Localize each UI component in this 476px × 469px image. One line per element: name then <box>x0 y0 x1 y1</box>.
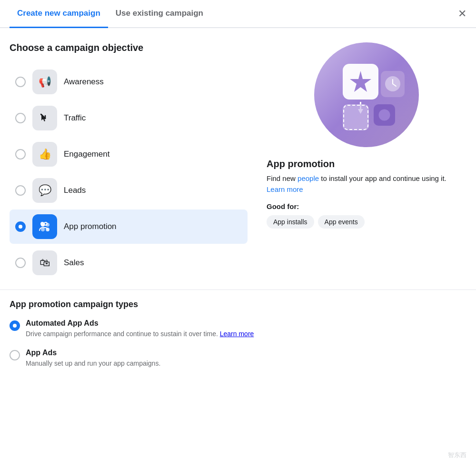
sales-icon: 🛍 <box>32 250 57 275</box>
sales-label: Sales <box>64 258 84 268</box>
promo-desc-end: to install your app and continue using i… <box>319 174 446 182</box>
radio-app-ads[interactable] <box>10 350 20 360</box>
tag-app-installs: App installs <box>267 215 314 229</box>
app-ads-label: App Ads <box>26 349 160 357</box>
radio-traffic[interactable] <box>15 113 26 123</box>
section-title: Choose a campaign objective <box>10 42 248 53</box>
svg-rect-8 <box>343 104 369 130</box>
objective-item-awareness[interactable]: 📢 Awareness <box>10 65 248 99</box>
engagement-label: Engagement <box>64 150 109 159</box>
main-content: Choose a campaign objective 📢 Awareness <box>0 28 476 289</box>
campaign-types-section: App promotion campaign types Automated A… <box>0 289 476 392</box>
awareness-icon: 📢 <box>32 70 57 94</box>
leads-icon: 💬 <box>32 178 57 203</box>
radio-inner-automated <box>13 324 17 328</box>
svg-point-11 <box>379 110 390 121</box>
promo-title: App promotion <box>267 159 466 170</box>
right-panel: App promotion Find new people to install… <box>257 42 466 280</box>
automated-learn-more[interactable]: Learn more <box>220 330 254 338</box>
radio-engagement[interactable] <box>15 149 26 160</box>
automated-desc: Drive campaign performance and continue … <box>26 329 254 339</box>
app-promotion-label: App promotion <box>64 222 117 231</box>
traffic-label: Traffic <box>64 113 86 123</box>
objective-item-app-promotion[interactable]: App promotion <box>10 210 248 244</box>
awareness-label: Awareness <box>64 77 104 87</box>
watermark: 智东西 <box>448 451 466 459</box>
radio-awareness[interactable] <box>15 77 26 87</box>
promo-description: Find new people to install your app and … <box>267 173 466 195</box>
radio-app-promotion[interactable] <box>15 221 26 232</box>
objective-item-engagement[interactable]: 👍 Engagement <box>10 137 248 171</box>
app-promotion-icon <box>32 214 57 239</box>
radio-leads[interactable] <box>15 185 26 196</box>
radio-automated[interactable] <box>10 320 20 331</box>
traffic-icon <box>32 106 57 130</box>
radio-inner-dot <box>19 225 22 229</box>
campaign-types-title: App promotion campaign types <box>10 299 466 309</box>
type-option-app-ads[interactable]: App Ads Manually set up and run your app… <box>10 349 466 369</box>
objective-item-leads[interactable]: 💬 Leads <box>10 173 248 208</box>
promo-desc-start: Find new <box>267 174 298 182</box>
leads-label: Leads <box>64 186 86 195</box>
tab-create-new[interactable]: Create new campaign <box>10 0 108 28</box>
tags-container: App installs App events <box>267 215 466 229</box>
type-option-automated-text: Automated App Ads Drive campaign perform… <box>26 319 254 339</box>
radio-sales[interactable] <box>15 258 26 268</box>
objective-item-sales[interactable]: 🛍 Sales <box>10 246 248 280</box>
promo-learn-more-link[interactable]: Learn more <box>267 185 303 193</box>
type-option-app-ads-text: App Ads Manually set up and run your app… <box>26 349 160 369</box>
app-ads-desc: Manually set up and run your app campaig… <box>26 359 160 369</box>
tab-use-existing[interactable]: Use existing campaign <box>108 0 211 28</box>
tabs-bar: Create new campaign Use existing campaig… <box>0 0 476 28</box>
automated-label: Automated App Ads <box>26 319 254 328</box>
type-option-automated[interactable]: Automated App Ads Drive campaign perform… <box>10 319 466 339</box>
tag-app-events: App events <box>318 215 365 229</box>
objective-item-traffic[interactable]: Traffic <box>10 101 248 135</box>
modal: Create new campaign Use existing campaig… <box>0 0 476 469</box>
close-button[interactable]: ✕ <box>458 9 466 19</box>
left-panel: Choose a campaign objective 📢 Awareness <box>10 42 248 280</box>
app-promo-illustration <box>314 42 419 147</box>
objective-list: 📢 Awareness Traffic <box>10 65 248 280</box>
good-for-title: Good for: <box>267 202 466 210</box>
promo-people-link[interactable]: people <box>298 174 319 182</box>
automated-desc-text: Drive campaign performance and continue … <box>26 330 218 338</box>
engagement-icon: 👍 <box>32 142 57 167</box>
